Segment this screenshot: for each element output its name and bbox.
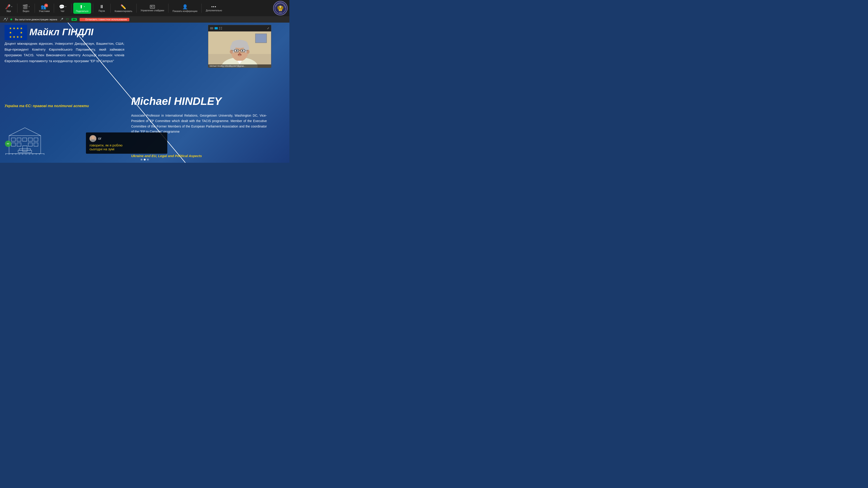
eu-flag: ★ ★ ★ ★ ★ ★ ★ ★ ★ ★ — [4, 25, 27, 40]
svg-rect-24 — [11, 138, 16, 141]
svg-rect-29 — [11, 143, 16, 146]
svg-rect-33 — [34, 143, 38, 146]
toolbar-share[interactable]: ⬆ ▾ Поделиться — [73, 3, 91, 14]
toolbar-slides-label: Управление слайдами — [141, 9, 164, 12]
svg-rect-32 — [28, 143, 32, 146]
svg-rect-27 — [28, 138, 32, 141]
svg-rect-1 — [151, 6, 152, 7]
demo-active-dot — [10, 19, 12, 20]
toolbar-chat[interactable]: 💬 ▾ Чат — [56, 3, 69, 13]
academy-logo: 1978 ПЕНІТЕНЦІАРНА АКАДЕМІЯ — [273, 1, 288, 15]
page-dots — [141, 159, 149, 161]
svg-rect-49 — [255, 34, 267, 43]
svg-point-61 — [236, 50, 238, 52]
demo-status-text: Вы запустили демонстрацию экрана — [15, 18, 57, 21]
toolbar-slides[interactable]: Управление слайдами — [138, 4, 166, 13]
svg-rect-30 — [17, 143, 21, 146]
toolbar-more-label: Дополнительно — [206, 9, 222, 12]
subtitle-line1: говорити, як я роблю — [90, 143, 164, 147]
ukrainian-name: Майкл ГІНДЛІ — [29, 27, 93, 37]
svg-rect-28 — [34, 138, 38, 141]
show-conf-icon: 👤 — [182, 4, 188, 9]
svg-point-70 — [238, 55, 241, 56]
speaker-name-label: Michael Hindley mhindley1947@gmai... — [208, 64, 271, 68]
pencil-icon: ✏ — [7, 142, 9, 145]
vp-minimize-button[interactable] — [210, 27, 213, 29]
toolbar-share-label: Поделиться — [76, 10, 88, 12]
expand-button[interactable]: ⤢ — [267, 27, 269, 30]
toolbar-audio-label: Звук — [6, 10, 11, 12]
share-icon: ⬆ ▾ — [80, 4, 85, 9]
page-dot-2[interactable] — [144, 159, 146, 161]
svg-line-21 — [25, 128, 41, 136]
english-subtitle: Ukraine and EU, Legal and Political Aspe… — [131, 154, 202, 158]
separator-4 — [71, 4, 71, 13]
vp-grid-button[interactable] — [219, 27, 222, 30]
subtitle-speaker-avatar — [90, 135, 96, 142]
video-panel: ⤢ — [208, 25, 271, 68]
toolbar-pause[interactable]: ⏸ Пауза — [95, 3, 108, 13]
toolbar: 🎤 ╱ ▾ Звук 🎬 ▾ Видео 👥 ▾ 14 Участники — [0, 0, 289, 16]
slides-icon — [150, 5, 155, 9]
annotate-icon: ✏️ — [121, 4, 126, 9]
separator-9 — [202, 4, 202, 13]
red-square-icon — [82, 18, 84, 21]
toolbar-show-conf[interactable]: 👤 Показать конференцию — [170, 3, 200, 13]
english-name: Michael HINDLEY — [131, 95, 222, 107]
building-sketch — [4, 124, 45, 156]
toolbar-chat-label: Чат — [61, 10, 64, 12]
svg-rect-23 — [19, 149, 31, 150]
toolbar-participants-label: Участники — [39, 10, 50, 12]
svg-point-74 — [92, 136, 94, 139]
audio-icon: 🎤 ╱ ▾ — [5, 4, 12, 9]
video-icon: 🎬 ▾ — [22, 4, 30, 9]
vp-list-button[interactable] — [215, 27, 218, 29]
svg-point-68 — [239, 52, 241, 54]
english-description: Associate Professor in International Rel… — [131, 113, 267, 134]
ukrainian-description: Доцент міжнародних відносин, Університет… — [4, 41, 124, 64]
toolbar-more[interactable]: ••• Дополнительно — [204, 4, 224, 13]
svg-point-62 — [242, 50, 244, 52]
lang-badge: EN — [71, 18, 77, 21]
toolbar-audio[interactable]: 🎤 ╱ ▾ Звук — [2, 3, 16, 13]
svg-rect-25 — [17, 138, 21, 141]
toolbar-show-conf-label: Показать конференцию — [173, 10, 197, 12]
toolbar-video-label: Видео — [23, 10, 29, 12]
more-icon: ••• — [211, 5, 217, 9]
separator-8 — [168, 4, 168, 13]
separator-6 — [110, 4, 111, 13]
subtitles-overlay: or говорити, як я роблю сьогодні на зумі — [86, 132, 167, 154]
mic-icon-small: 🎤 — [60, 18, 63, 21]
toolbar-video[interactable]: 🎬 ▾ Видео — [19, 3, 33, 13]
toolbar-annotate-label: Комментировать — [115, 10, 132, 12]
toolbar-annotate[interactable]: ✏️ Комментировать — [112, 3, 134, 13]
toolbar-participants[interactable]: 👥 ▾ 14 Участники — [37, 3, 52, 13]
svg-rect-19 — [9, 136, 41, 154]
subtitle-line2: сьогодні на зумі — [90, 147, 164, 151]
video-panel-header: ⤢ — [208, 25, 271, 31]
subtitle-current-word: or — [98, 136, 101, 140]
svg-line-20 — [9, 128, 25, 136]
chat-icon: 💬 ▾ — [59, 4, 66, 9]
svg-text:1978: 1978 — [279, 12, 281, 13]
slide-content: ★ ★ ★ ★ ★ ★ ★ ★ ★ ★ Майкл ГІНДЛІ Доцент … — [0, 23, 289, 163]
stop-share-button[interactable]: Остановить совместное использование — [80, 18, 129, 21]
toolbar-pause-label: Пауза — [99, 10, 105, 12]
pause-icon: ⏸ — [99, 4, 104, 9]
speaker-video: Michael Hindley mhindley1947@gmai... — [208, 31, 271, 68]
page-dot-1[interactable] — [141, 159, 143, 161]
page-dot-3[interactable] — [147, 159, 149, 161]
edit-button[interactable]: ✏ — [5, 140, 11, 147]
shield-icon: 🛡 — [66, 18, 69, 21]
stop-share-label: Остановить совместное использование — [85, 18, 127, 21]
ukrainian-subtitle: Україна та ЄС: правові та політичні аспе… — [4, 104, 124, 108]
participants-badge: 14 — [44, 4, 48, 7]
svg-rect-26 — [23, 138, 27, 141]
status-bar: 🎤╱ Вы запустили демонстрацию экрана 🎤 🛡 … — [0, 16, 289, 23]
separator-1 — [17, 4, 18, 13]
mic-slash-icon: 🎤╱ — [3, 18, 8, 21]
